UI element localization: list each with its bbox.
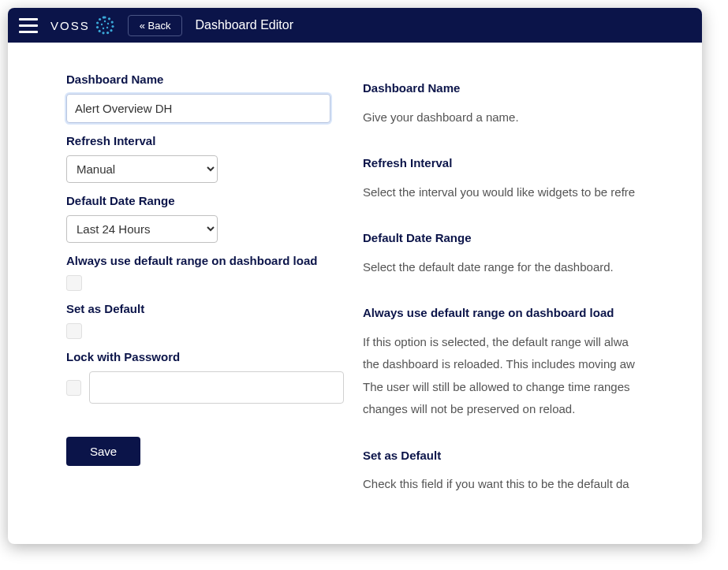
svg-point-8 <box>96 26 99 28</box>
field-set-as-default: Set as Default <box>66 302 344 339</box>
set-as-default-label: Set as Default <box>66 302 344 315</box>
svg-point-6 <box>102 32 104 34</box>
page-title: Dashboard Editor <box>195 18 293 32</box>
header-bar: VOSS « Back Dashboard Editor <box>8 8 702 43</box>
form-column: Dashboard Name Refresh Interval Manual D… <box>8 43 363 544</box>
svg-point-5 <box>106 32 109 34</box>
always-use-default-label: Always use default range on dashboard lo… <box>66 254 344 267</box>
help-refresh-interval-text: Select the interval you would like widge… <box>363 181 702 204</box>
svg-point-7 <box>98 30 100 32</box>
svg-point-9 <box>96 21 99 24</box>
help-always-use-default-line4: changes will not be preserved on reload. <box>363 398 702 421</box>
svg-point-15 <box>102 28 103 29</box>
lock-password-checkbox[interactable] <box>66 380 81 396</box>
help-always-use-default-line2: the dashboard is reloaded. This includes… <box>363 353 702 376</box>
help-default-date-range: Default Date Range Select the default da… <box>363 227 702 278</box>
help-dashboard-name-text: Give your dashboard a name. <box>363 106 702 129</box>
set-as-default-checkbox[interactable] <box>66 323 82 339</box>
field-refresh-interval: Refresh Interval Manual <box>66 134 344 183</box>
field-always-use-default: Always use default range on dashboard lo… <box>66 254 344 291</box>
refresh-interval-label: Refresh Interval <box>66 134 344 147</box>
default-date-range-label: Default Date Range <box>66 194 344 207</box>
help-default-date-range-text: Select the default date range for the da… <box>363 256 702 279</box>
help-set-as-default-title: Set as Default <box>363 445 702 468</box>
svg-point-16 <box>100 24 102 25</box>
dashboard-editor-window: VOSS « Back Dashboard Editor <box>8 8 702 544</box>
svg-point-2 <box>110 21 113 24</box>
content-area: Dashboard Name Refresh Interval Manual D… <box>8 43 702 544</box>
field-dashboard-name: Dashboard Name <box>66 73 344 123</box>
svg-point-4 <box>110 29 112 32</box>
logo-dots-icon <box>95 15 115 35</box>
field-default-date-range: Default Date Range Last 24 Hours <box>66 194 344 243</box>
help-dashboard-name-title: Dashboard Name <box>363 77 702 100</box>
field-lock-password: Lock with Password <box>66 350 344 404</box>
svg-point-12 <box>103 20 105 22</box>
svg-point-14 <box>106 27 107 28</box>
svg-point-1 <box>108 17 110 20</box>
voss-logo: VOSS <box>50 15 115 35</box>
lock-password-input[interactable] <box>89 371 344 404</box>
svg-point-10 <box>99 18 101 20</box>
refresh-interval-select[interactable]: Manual <box>66 155 218 183</box>
help-always-use-default-line1: If this option is selected, the default … <box>363 331 702 354</box>
help-always-use-default-line3: The user will still be allowed to change… <box>363 376 702 399</box>
help-refresh-interval: Refresh Interval Select the interval you… <box>363 152 702 203</box>
always-use-default-checkbox[interactable] <box>66 275 82 291</box>
lock-password-label: Lock with Password <box>66 350 344 363</box>
logo-text: VOSS <box>50 19 90 32</box>
dashboard-name-input[interactable] <box>66 94 330 123</box>
help-default-date-range-title: Default Date Range <box>363 227 702 250</box>
svg-point-3 <box>111 25 114 28</box>
save-button[interactable]: Save <box>66 437 140 466</box>
dashboard-name-label: Dashboard Name <box>66 73 344 86</box>
svg-point-11 <box>102 17 104 19</box>
back-button[interactable]: « Back <box>128 15 183 36</box>
help-always-use-default: Always use default range on dashboard lo… <box>363 302 702 421</box>
help-refresh-interval-title: Refresh Interval <box>363 152 702 175</box>
default-date-range-select[interactable]: Last 24 Hours <box>66 215 218 243</box>
help-always-use-default-title: Always use default range on dashboard lo… <box>363 302 702 325</box>
help-dashboard-name: Dashboard Name Give your dashboard a nam… <box>363 77 702 129</box>
svg-point-13 <box>106 23 108 24</box>
help-set-as-default: Set as Default Check this field if you w… <box>363 445 702 496</box>
help-set-as-default-text: Check this field if you want this to be … <box>363 473 702 496</box>
menu-icon[interactable] <box>19 16 38 35</box>
help-column: Dashboard Name Give your dashboard a nam… <box>363 43 702 544</box>
